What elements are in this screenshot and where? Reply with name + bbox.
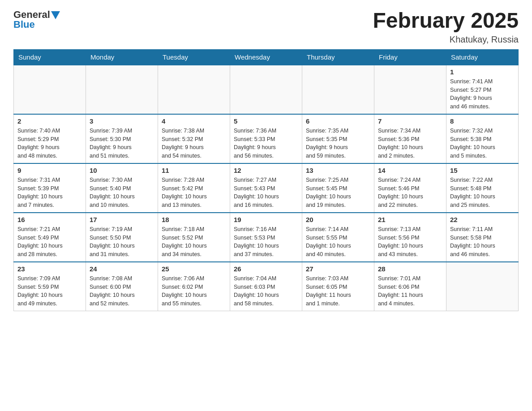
calendar-week-row: 2Sunrise: 7:40 AM Sunset: 5:29 PM Daylig…	[14, 114, 519, 163]
day-number: 2	[17, 117, 82, 125]
calendar-day-cell: 2Sunrise: 7:40 AM Sunset: 5:29 PM Daylig…	[14, 114, 86, 163]
day-number: 8	[450, 117, 515, 125]
day-info: Sunrise: 7:25 AM Sunset: 5:45 PM Dayligh…	[306, 176, 370, 210]
page-header: General Blue February 2025 Khatukay, Rus…	[13, 9, 519, 45]
day-info: Sunrise: 7:28 AM Sunset: 5:42 PM Dayligh…	[162, 176, 226, 210]
calendar-day-cell: 24Sunrise: 7:08 AM Sunset: 6:00 PM Dayli…	[86, 262, 158, 311]
day-number: 17	[90, 216, 154, 223]
day-info: Sunrise: 7:08 AM Sunset: 6:00 PM Dayligh…	[90, 274, 154, 308]
day-number: 19	[234, 216, 298, 223]
calendar-day-cell: 14Sunrise: 7:24 AM Sunset: 5:46 PM Dayli…	[374, 163, 446, 213]
calendar-header-row: SundayMondayTuesdayWednesdayThursdayFrid…	[14, 49, 519, 65]
day-number: 5	[234, 117, 298, 125]
logo-blue-text: Blue	[13, 19, 35, 30]
calendar-week-row: 1Sunrise: 7:41 AM Sunset: 5:27 PM Daylig…	[14, 65, 519, 114]
day-number: 23	[17, 265, 82, 273]
calendar-day-cell	[374, 65, 446, 114]
day-info: Sunrise: 7:39 AM Sunset: 5:30 PM Dayligh…	[90, 127, 154, 160]
calendar-day-cell: 16Sunrise: 7:21 AM Sunset: 5:49 PM Dayli…	[14, 213, 86, 262]
day-number: 18	[162, 216, 226, 223]
calendar-day-cell: 21Sunrise: 7:13 AM Sunset: 5:56 PM Dayli…	[374, 213, 446, 262]
calendar-day-header: Thursday	[302, 49, 374, 65]
day-info: Sunrise: 7:13 AM Sunset: 5:56 PM Dayligh…	[378, 225, 442, 259]
calendar-day-cell: 19Sunrise: 7:16 AM Sunset: 5:53 PM Dayli…	[230, 213, 302, 262]
calendar-day-cell: 13Sunrise: 7:25 AM Sunset: 5:45 PM Dayli…	[302, 163, 374, 213]
calendar-day-cell: 8Sunrise: 7:32 AM Sunset: 5:38 PM Daylig…	[446, 114, 519, 163]
day-number: 22	[450, 216, 515, 223]
day-info: Sunrise: 7:03 AM Sunset: 6:05 PM Dayligh…	[306, 274, 370, 308]
day-number: 25	[162, 265, 226, 273]
calendar-week-row: 16Sunrise: 7:21 AM Sunset: 5:49 PM Dayli…	[14, 213, 519, 262]
calendar-day-cell	[158, 65, 230, 114]
day-info: Sunrise: 7:41 AM Sunset: 5:27 PM Dayligh…	[450, 77, 515, 111]
calendar-day-cell: 25Sunrise: 7:06 AM Sunset: 6:02 PM Dayli…	[158, 262, 230, 311]
calendar-day-cell: 27Sunrise: 7:03 AM Sunset: 6:05 PM Dayli…	[302, 262, 374, 311]
calendar-day-cell: 4Sunrise: 7:38 AM Sunset: 5:32 PM Daylig…	[158, 114, 230, 163]
calendar-day-cell: 3Sunrise: 7:39 AM Sunset: 5:30 PM Daylig…	[86, 114, 158, 163]
calendar-day-header: Sunday	[14, 49, 86, 65]
calendar-day-header: Monday	[86, 49, 158, 65]
calendar-day-cell: 28Sunrise: 7:01 AM Sunset: 6:06 PM Dayli…	[374, 262, 446, 311]
day-info: Sunrise: 7:04 AM Sunset: 6:03 PM Dayligh…	[234, 274, 298, 308]
day-number: 14	[378, 167, 442, 174]
day-info: Sunrise: 7:18 AM Sunset: 5:52 PM Dayligh…	[162, 225, 226, 259]
day-number: 12	[234, 167, 298, 174]
day-number: 20	[306, 216, 370, 223]
day-number: 6	[306, 117, 370, 125]
day-number: 4	[162, 117, 226, 125]
day-number: 3	[90, 117, 154, 125]
day-info: Sunrise: 7:36 AM Sunset: 5:33 PM Dayligh…	[234, 127, 298, 160]
day-info: Sunrise: 7:31 AM Sunset: 5:39 PM Dayligh…	[17, 176, 82, 210]
day-info: Sunrise: 7:11 AM Sunset: 5:58 PM Dayligh…	[450, 225, 515, 259]
day-info: Sunrise: 7:40 AM Sunset: 5:29 PM Dayligh…	[17, 127, 82, 160]
day-info: Sunrise: 7:22 AM Sunset: 5:48 PM Dayligh…	[450, 176, 515, 210]
calendar-day-header: Friday	[374, 49, 446, 65]
day-info: Sunrise: 7:01 AM Sunset: 6:06 PM Dayligh…	[378, 274, 442, 308]
calendar-week-row: 23Sunrise: 7:09 AM Sunset: 5:59 PM Dayli…	[14, 262, 519, 311]
title-area: February 2025 Khatukay, Russia	[373, 9, 519, 45]
calendar-day-header: Wednesday	[230, 49, 302, 65]
day-number: 26	[234, 265, 298, 273]
calendar-day-cell: 5Sunrise: 7:36 AM Sunset: 5:33 PM Daylig…	[230, 114, 302, 163]
day-info: Sunrise: 7:38 AM Sunset: 5:32 PM Dayligh…	[162, 127, 226, 160]
day-info: Sunrise: 7:21 AM Sunset: 5:49 PM Dayligh…	[17, 225, 82, 259]
calendar-week-row: 9Sunrise: 7:31 AM Sunset: 5:39 PM Daylig…	[14, 163, 519, 213]
calendar-day-cell	[230, 65, 302, 114]
calendar-day-cell: 9Sunrise: 7:31 AM Sunset: 5:39 PM Daylig…	[14, 163, 86, 213]
location-text: Khatukay, Russia	[373, 34, 519, 45]
calendar-day-cell: 12Sunrise: 7:27 AM Sunset: 5:43 PM Dayli…	[230, 163, 302, 213]
day-number: 9	[17, 167, 82, 174]
calendar-table: SundayMondayTuesdayWednesdayThursdayFrid…	[13, 49, 519, 311]
calendar-day-cell	[446, 262, 519, 311]
day-info: Sunrise: 7:34 AM Sunset: 5:36 PM Dayligh…	[378, 127, 442, 160]
day-info: Sunrise: 7:14 AM Sunset: 5:55 PM Dayligh…	[306, 225, 370, 259]
day-number: 13	[306, 167, 370, 174]
calendar-day-header: Tuesday	[158, 49, 230, 65]
day-info: Sunrise: 7:27 AM Sunset: 5:43 PM Dayligh…	[234, 176, 298, 210]
day-number: 28	[378, 265, 442, 273]
day-number: 27	[306, 265, 370, 273]
day-info: Sunrise: 7:06 AM Sunset: 6:02 PM Dayligh…	[162, 274, 226, 308]
logo-triangle-icon	[51, 11, 60, 19]
calendar-day-cell	[86, 65, 158, 114]
calendar-day-cell: 10Sunrise: 7:30 AM Sunset: 5:40 PM Dayli…	[86, 163, 158, 213]
calendar-day-cell: 7Sunrise: 7:34 AM Sunset: 5:36 PM Daylig…	[374, 114, 446, 163]
calendar-day-cell: 23Sunrise: 7:09 AM Sunset: 5:59 PM Dayli…	[14, 262, 86, 311]
calendar-day-cell	[302, 65, 374, 114]
day-info: Sunrise: 7:35 AM Sunset: 5:35 PM Dayligh…	[306, 127, 370, 160]
calendar-day-cell: 20Sunrise: 7:14 AM Sunset: 5:55 PM Dayli…	[302, 213, 374, 262]
calendar-day-cell: 17Sunrise: 7:19 AM Sunset: 5:50 PM Dayli…	[86, 213, 158, 262]
calendar-day-header: Saturday	[446, 49, 519, 65]
day-number: 24	[90, 265, 154, 273]
day-number: 10	[90, 167, 154, 174]
calendar-day-cell	[14, 65, 86, 114]
day-number: 15	[450, 167, 515, 174]
svg-marker-0	[51, 11, 60, 19]
day-info: Sunrise: 7:19 AM Sunset: 5:50 PM Dayligh…	[90, 225, 154, 259]
calendar-day-cell: 18Sunrise: 7:18 AM Sunset: 5:52 PM Dayli…	[158, 213, 230, 262]
calendar-day-cell: 26Sunrise: 7:04 AM Sunset: 6:03 PM Dayli…	[230, 262, 302, 311]
calendar-day-cell: 6Sunrise: 7:35 AM Sunset: 5:35 PM Daylig…	[302, 114, 374, 163]
day-info: Sunrise: 7:16 AM Sunset: 5:53 PM Dayligh…	[234, 225, 298, 259]
day-info: Sunrise: 7:30 AM Sunset: 5:40 PM Dayligh…	[90, 176, 154, 210]
calendar-day-cell: 1Sunrise: 7:41 AM Sunset: 5:27 PM Daylig…	[446, 65, 519, 114]
